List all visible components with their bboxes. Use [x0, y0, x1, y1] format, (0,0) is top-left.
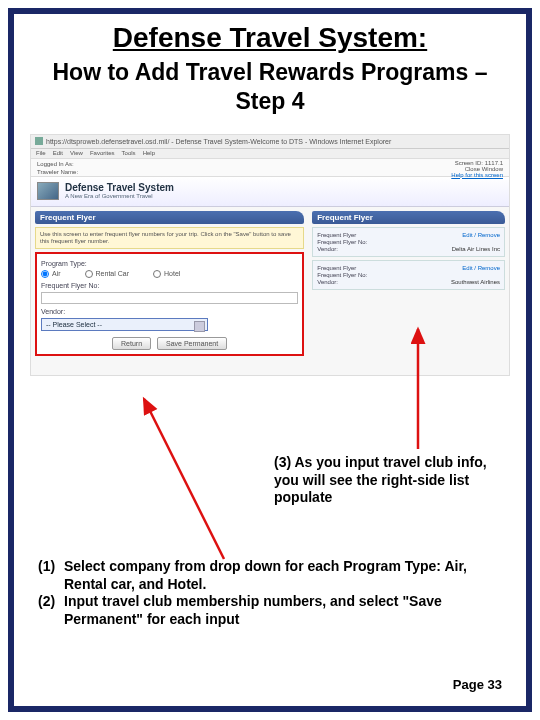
subtitle: How to Add Travel Rewards Programs – Ste…	[30, 58, 510, 116]
step-2: (2) Input travel club membership numbers…	[38, 593, 496, 628]
menu-edit[interactable]: Edit	[53, 150, 63, 156]
brand-subtitle: A New Era of Government Travel	[65, 193, 174, 199]
callout-arrow-1	[134, 394, 274, 564]
caption-3: (3) As you input travel club info, you w…	[274, 454, 496, 507]
svg-line-0	[144, 399, 224, 559]
vendor-dropdown[interactable]: -- Please Select --	[41, 318, 208, 331]
radio-rental[interactable]: Rental Car	[85, 270, 129, 278]
hint-box: Use this screen to enter frequent flyer …	[35, 227, 304, 249]
browser-menu-bar: File Edit View Favorites Tools Help	[31, 149, 509, 159]
ff-entry-2: Frequent FlyerEdit / Remove Frequent Fly…	[312, 260, 505, 290]
dts-logo-icon	[37, 182, 59, 200]
ffno-input[interactable]	[41, 292, 298, 304]
menu-help[interactable]: Help	[143, 150, 155, 156]
dts-banner: Defense Travel System A New Era of Gover…	[31, 177, 509, 207]
radio-hotel[interactable]: Hotel	[153, 270, 180, 278]
ff-entry-1: Frequent FlyerEdit / Remove Frequent Fly…	[312, 227, 505, 257]
edit-remove-link-2[interactable]: Edit / Remove	[462, 265, 500, 271]
input-form-highlight: Program Type: Air Rental Car Hotel Frequ…	[35, 252, 304, 356]
menu-favorites[interactable]: Favorites	[90, 150, 115, 156]
vendor-label: Vendor:	[41, 308, 298, 315]
browser-address-bar: https://dtsproweb.defensetravel.osd.mil/…	[31, 135, 509, 149]
info-bar: Logged In As: Traveler Name: Screen ID: …	[31, 159, 509, 177]
help-link[interactable]: Help for this screen	[451, 172, 503, 178]
page-content: Defense Travel System: How to Add Travel…	[14, 14, 526, 706]
radio-air-input[interactable]	[41, 270, 49, 278]
logged-in-label: Logged In As:	[37, 160, 78, 168]
program-type-label: Program Type:	[41, 260, 298, 267]
steps-list: (1) Select company from drop down for ea…	[38, 558, 496, 628]
right-panel: Frequent Flyer Frequent FlyerEdit / Remo…	[308, 207, 509, 375]
ffno-label: Frequent Flyer No:	[41, 282, 298, 289]
menu-tools[interactable]: Tools	[122, 150, 136, 156]
return-button[interactable]: Return	[112, 337, 151, 350]
left-section-header: Frequent Flyer	[35, 211, 304, 224]
left-panel: Frequent Flyer Use this screen to enter …	[31, 207, 308, 375]
embedded-screenshot: https://dtsproweb.defensetravel.osd.mil/…	[30, 134, 510, 376]
menu-file[interactable]: File	[36, 150, 46, 156]
step-1: (1) Select company from drop down for ea…	[38, 558, 496, 593]
brand-title: Defense Travel System	[65, 183, 174, 193]
save-permanent-button[interactable]: Save Permanent	[157, 337, 227, 350]
menu-view[interactable]: View	[70, 150, 83, 156]
lock-icon	[35, 137, 43, 145]
right-section-header: Frequent Flyer	[312, 211, 505, 224]
traveler-label: Traveler Name:	[37, 168, 78, 176]
edit-remove-link-1[interactable]: Edit / Remove	[462, 232, 500, 238]
browser-url: https://dtsproweb.defensetravel.osd.mil/…	[46, 138, 391, 145]
radio-air[interactable]: Air	[41, 270, 61, 278]
radio-rental-input[interactable]	[85, 270, 93, 278]
main-title: Defense Travel System:	[30, 22, 510, 54]
page-number: Page 33	[453, 677, 502, 692]
radio-hotel-input[interactable]	[153, 270, 161, 278]
